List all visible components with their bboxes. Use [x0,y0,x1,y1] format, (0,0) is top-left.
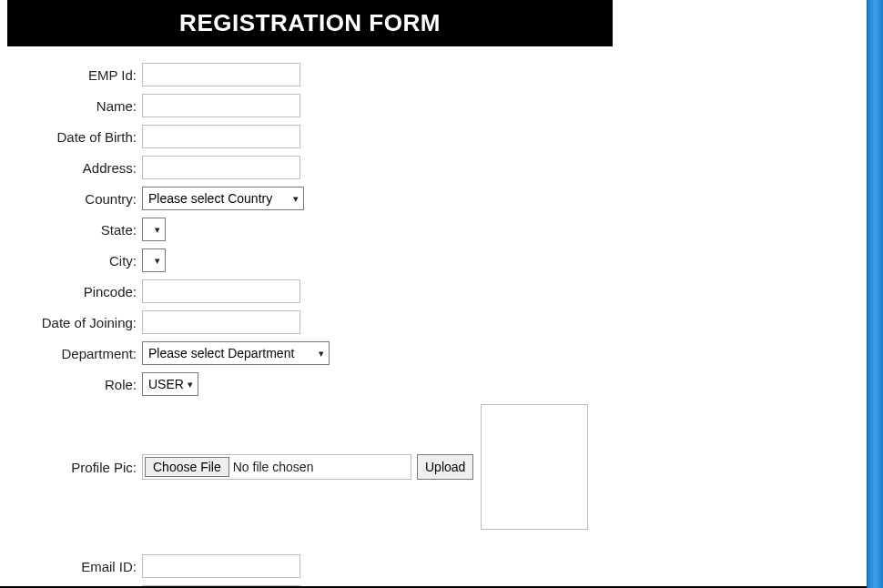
country-selected: Please select Country [148,191,272,206]
page-title: REGISTRATION FORM [7,0,613,46]
address-label: Address: [0,160,142,176]
state-select[interactable] [142,218,166,241]
registration-form: EMP Id: Name: Date of Birth: Address: Co… [0,46,883,588]
profile-preview [481,404,588,530]
choose-file-button[interactable]: Choose File [145,457,229,477]
state-label: State: [0,222,142,238]
country-label: Country: [0,191,142,207]
name-label: Name: [0,98,142,114]
upload-button[interactable]: Upload [417,454,473,480]
file-input-group[interactable]: Choose File No file chosen [142,454,411,480]
department-select[interactable]: Please select Department [142,341,330,365]
doj-label: Date of Joining: [0,315,142,330]
role-label: Role: [0,377,142,392]
department-selected: Please select Department [148,346,294,360]
vertical-scrollbar[interactable] [867,0,883,588]
empid-input[interactable] [142,63,300,86]
doj-input[interactable] [142,310,300,334]
department-label: Department: [0,346,142,361]
dob-input[interactable] [142,125,300,148]
city-select[interactable] [142,248,166,272]
pincode-label: Pincode: [0,284,142,299]
emailid-label: Email ID: [0,559,142,574]
name-input[interactable] [142,94,300,117]
role-select[interactable]: USER [142,372,198,396]
country-select[interactable]: Please select Country [142,187,304,210]
no-file-text: No file chosen [233,460,314,474]
pincode-input[interactable] [142,279,300,303]
empid-label: EMP Id: [0,67,142,83]
city-label: City: [0,253,142,269]
address-input[interactable] [142,156,300,179]
emailid-input[interactable] [142,554,300,578]
role-selected: USER [148,377,184,391]
dob-label: Date of Birth: [0,129,142,145]
profilepic-label: Profile Pic: [0,460,142,475]
